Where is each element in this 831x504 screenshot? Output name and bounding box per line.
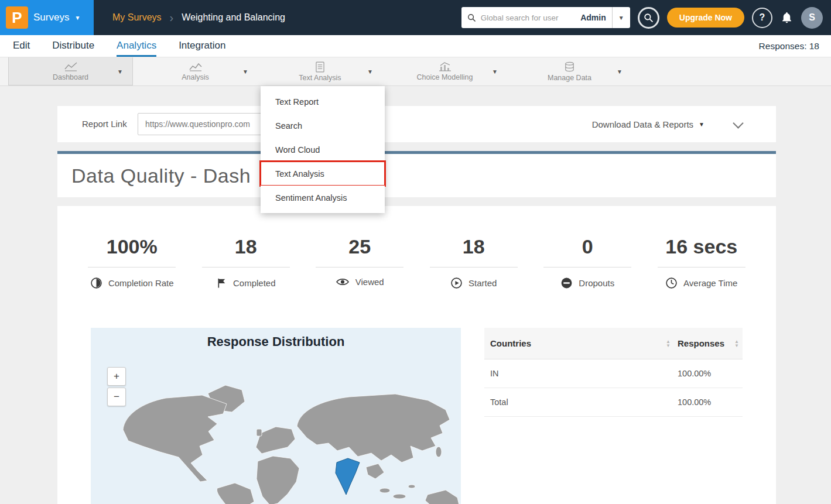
line-chart-icon bbox=[189, 61, 203, 72]
stat-dropouts: 0 Dropouts bbox=[531, 235, 645, 289]
global-search: Admin ▼ bbox=[461, 7, 630, 28]
search-input[interactable] bbox=[481, 13, 574, 22]
stat-label: Completed bbox=[233, 278, 276, 288]
bar-chart-icon bbox=[438, 61, 452, 72]
topbar-actions: Admin ▼ Upgrade Now ? S bbox=[461, 7, 831, 29]
divider bbox=[202, 267, 290, 268]
country-cell: IN bbox=[490, 369, 499, 378]
menu-item-text-analysis[interactable]: Text Analysis bbox=[261, 162, 385, 186]
toolbar-item-text-analysis[interactable]: Text Analysis ▼ bbox=[258, 57, 382, 85]
report-link-card: Report Link Download Data & Reports ▼ bbox=[57, 106, 776, 142]
responses-cell: 100.00% bbox=[678, 369, 711, 378]
map-title: Response Distribution bbox=[91, 334, 461, 349]
completion-gauge-icon bbox=[90, 277, 102, 289]
countries-table: Countries ▲▼ Responses ▲▼ IN 100.00% Tot… bbox=[484, 328, 743, 417]
sort-icon[interactable]: ▲▼ bbox=[666, 340, 671, 348]
toolbar-item-dashboard[interactable]: Dashboard ▼ bbox=[8, 57, 133, 85]
tab-edit[interactable]: Edit bbox=[13, 35, 30, 57]
response-distribution-map-card: Response Distribution + − bbox=[91, 328, 461, 504]
collapse-chevron-icon[interactable] bbox=[733, 118, 743, 128]
divider bbox=[88, 267, 176, 268]
stat-value: 18 bbox=[463, 235, 485, 258]
breadcrumb-my-surveys[interactable]: My Surveys bbox=[112, 12, 162, 23]
stat-viewed: 25 Viewed bbox=[303, 235, 417, 289]
responses-count: Responses: 18 bbox=[759, 35, 819, 57]
stat-label: Dropouts bbox=[579, 278, 614, 288]
country-cell: Total bbox=[490, 397, 508, 407]
map-africa bbox=[257, 456, 299, 504]
help-button[interactable]: ? bbox=[752, 8, 772, 28]
divider bbox=[316, 267, 403, 268]
search-button[interactable] bbox=[638, 7, 659, 29]
map-north-america bbox=[123, 395, 227, 482]
divider bbox=[543, 267, 631, 268]
tab-analytics[interactable]: Analytics bbox=[117, 35, 156, 57]
stat-label: Started bbox=[468, 278, 497, 288]
map-japan bbox=[436, 447, 442, 457]
stat-completed: 18 Completed bbox=[189, 235, 303, 289]
download-label: Download Data & Reports bbox=[592, 119, 693, 129]
chevron-down-icon[interactable]: ▼ bbox=[367, 68, 373, 75]
toolbar-item-analysis[interactable]: Analysis ▼ bbox=[133, 57, 258, 85]
minus-circle-icon bbox=[560, 277, 573, 289]
menu-item-sentiment-analysis[interactable]: Sentiment Analysis bbox=[261, 186, 385, 210]
stat-value: 100% bbox=[107, 235, 158, 258]
title-card: Data Quality - Dash bbox=[57, 154, 776, 197]
stat-value: 16 secs bbox=[665, 235, 737, 258]
map-asia bbox=[297, 394, 450, 462]
breadcrumb-survey-name: Weighting and Balancing bbox=[182, 12, 285, 23]
line-chart-icon bbox=[64, 61, 78, 72]
search-scope-label: Admin bbox=[574, 13, 612, 22]
divider bbox=[430, 267, 518, 268]
menu-item-search[interactable]: Search bbox=[261, 114, 385, 138]
world-map[interactable] bbox=[91, 358, 461, 504]
divider bbox=[658, 267, 745, 268]
toolbar-item-label: Manage Data bbox=[548, 74, 591, 82]
search-scope-dropdown[interactable]: ▼ bbox=[613, 15, 630, 21]
search-icon bbox=[467, 13, 476, 22]
stat-completion-rate: 100% Completion Rate bbox=[75, 235, 189, 289]
menu-item-text-report[interactable]: Text Report bbox=[261, 90, 385, 114]
map-island bbox=[393, 494, 406, 499]
map-south-america bbox=[217, 483, 254, 504]
chevron-down-icon[interactable]: ▼ bbox=[617, 68, 623, 75]
tab-integration[interactable]: Integration bbox=[179, 35, 225, 57]
download-data-reports-dropdown[interactable]: Download Data & Reports ▼ bbox=[592, 106, 705, 142]
report-link-label: Report Link bbox=[82, 119, 127, 129]
toolbar-item-manage-data[interactable]: Manage Data ▼ bbox=[507, 57, 632, 85]
tab-distribute[interactable]: Distribute bbox=[52, 35, 94, 57]
chevron-down-icon[interactable]: ▼ bbox=[492, 68, 498, 75]
map-uk bbox=[257, 429, 262, 436]
breadcrumb: My Surveys › Weighting and Balancing bbox=[112, 11, 285, 25]
stat-label: Completion Rate bbox=[108, 278, 174, 288]
toolbar-item-label: Analysis bbox=[182, 73, 209, 81]
countries-header: Countries bbox=[490, 338, 531, 348]
questionpro-logo: P bbox=[6, 6, 28, 29]
database-icon bbox=[564, 61, 575, 73]
analytics-toolbar: Dashboard ▼ Analysis ▼ Text Analysis ▼ C… bbox=[0, 57, 831, 86]
map-australia bbox=[425, 490, 459, 504]
chevron-down-icon[interactable]: ▼ bbox=[242, 68, 248, 75]
product-label: Surveys bbox=[33, 12, 69, 23]
surveys-product-menu[interactable]: P Surveys ▼ bbox=[0, 0, 94, 35]
table-row: Total 100.00% bbox=[484, 388, 743, 417]
toolbar-item-choice-modelling[interactable]: Choice Modelling ▼ bbox=[382, 57, 507, 85]
user-avatar[interactable]: S bbox=[801, 7, 823, 29]
map-india-highlighted bbox=[336, 458, 360, 495]
stat-started: 18 Started bbox=[417, 235, 531, 289]
chevron-down-icon[interactable]: ▼ bbox=[117, 68, 123, 74]
toolbar-item-label: Text Analysis bbox=[299, 74, 341, 82]
table-row: IN 100.00% bbox=[484, 359, 743, 388]
map-se-asia bbox=[366, 464, 384, 479]
sort-icon[interactable]: ▲▼ bbox=[734, 340, 739, 348]
eye-icon bbox=[336, 277, 350, 287]
toolbar-item-label: Choice Modelling bbox=[417, 73, 473, 81]
menu-item-word-cloud[interactable]: Word Cloud bbox=[261, 138, 385, 162]
notifications-bell-icon[interactable] bbox=[780, 11, 794, 25]
stats-row: 100% Completion Rate 18 Completed 25 Vie… bbox=[75, 235, 758, 289]
dashboard-card: 100% Completion Rate 18 Completed 25 Vie… bbox=[57, 206, 776, 504]
stat-average-time: 16 secs Average Time bbox=[645, 235, 759, 289]
responses-header: Responses bbox=[678, 338, 724, 348]
upgrade-now-button[interactable]: Upgrade Now bbox=[667, 8, 744, 28]
chevron-down-icon: ▼ bbox=[74, 15, 80, 21]
